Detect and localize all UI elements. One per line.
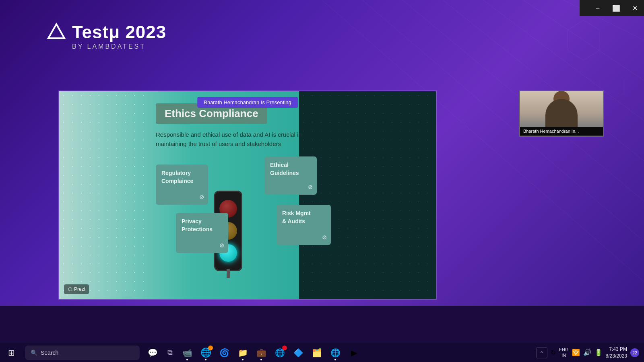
notification-count: 22 — [632, 350, 637, 355]
minimize-button[interactable]: – — [588, 0, 607, 16]
title-bar: – ⬜ ✕ — [580, 0, 644, 16]
logo-subtitle: BY LAMBDATEST — [72, 43, 166, 50]
explorer-icon: 📁 — [238, 348, 248, 358]
presenter-banner: Bharath Hemachandran Is Presenting — [197, 97, 298, 108]
presenter-video — [520, 91, 603, 127]
taskbar-right: ^ ↻ ENG IN 🛜 🔊 🔋 7:43 PM 8/23/2023 22 — [536, 346, 644, 360]
taskbar: ⊞ 🔍 Search 💬 ⧉ 📹 🌐 🌀 📁 — [0, 343, 644, 362]
chevron-up-icon: ^ — [541, 350, 543, 356]
slide-title: Ethics Compliance — [165, 107, 258, 119]
presenter-name-bar: Bharath Hemachandran In... — [520, 127, 603, 135]
taskbar-app-files[interactable]: 🗂️ — [308, 344, 326, 362]
bing-icon: 🔷 — [293, 348, 303, 358]
search-icon: 🔍 — [31, 350, 37, 356]
logo-title: Testμ 2023 — [72, 22, 166, 42]
windows-icon: ⊞ — [8, 348, 15, 358]
info-box-privacy: PrivacyProtections — [176, 213, 228, 253]
info-box-regulatory: RegulatoryComplaince — [156, 165, 208, 205]
chrome2-badge — [282, 346, 287, 350]
clock[interactable]: 7:43 PM 8/23/2023 — [606, 346, 627, 360]
teams-icon: 📹 — [182, 348, 192, 358]
info-box-ethical: EthicalGuidelines — [264, 156, 317, 195]
taskbar-app-media[interactable]: ▶ — [345, 344, 363, 362]
task-view-button[interactable]: ⧉ — [162, 345, 178, 360]
taskbar-app-chrome3[interactable]: 🌐 — [326, 344, 344, 362]
info-box-risk: Risk Mgmt& Audits — [277, 205, 331, 245]
logo-row: Testμ 2023 — [46, 22, 166, 42]
language-indicator[interactable]: ENG IN — [559, 347, 569, 358]
slide-description: Responsible and ethical use of data and … — [156, 130, 309, 148]
presenter-name: Bharath Hemachandran In... — [523, 129, 579, 134]
explorer-active-dot — [242, 359, 244, 360]
slack-icon: 💼 — [256, 348, 266, 358]
notification-button[interactable]: 22 — [630, 348, 639, 357]
date-display: 8/23/2023 — [606, 353, 627, 360]
lang-text: ENG — [559, 347, 569, 352]
whatsapp-icon: 💬 — [148, 348, 158, 358]
volume-icon[interactable]: 🔊 — [583, 349, 591, 356]
taskbar-app-chrome2[interactable]: 🌐 — [271, 344, 289, 362]
media-icon: ▶ — [351, 348, 357, 358]
show-hidden-icons-button[interactable]: ^ — [536, 347, 547, 358]
taskbar-apps: 💬 ⧉ 📹 🌐 🌀 📁 💼 — [144, 344, 363, 362]
taskbar-app-chrome-orange[interactable]: 🌐 — [197, 344, 215, 362]
files-icon: 🗂️ — [312, 348, 322, 358]
time-display: 7:43 PM — [609, 346, 627, 353]
person-silhouette — [545, 99, 578, 127]
task-view-icon: ⧉ — [167, 348, 173, 357]
wifi-icon[interactable]: 🛜 — [572, 349, 580, 356]
teams-active-dot — [186, 359, 188, 360]
taskbar-app-edge[interactable]: 🌀 — [215, 344, 233, 362]
slack-active-dot — [260, 359, 262, 360]
prezi-label: Prezi — [74, 286, 85, 292]
lambdatest-logo-icon — [46, 22, 66, 42]
search-text: Search — [41, 350, 58, 356]
taskbar-app-teams[interactable]: 📹 — [178, 344, 196, 362]
prezi-icon: ⬡ — [68, 286, 72, 292]
taskbar-search[interactable]: 🔍 Search — [25, 346, 140, 360]
presentation-area: Bharath Hemachandran Is Presenting Ethic… — [58, 90, 437, 300]
taskbar-app-whatsapp[interactable]: 💬 — [144, 344, 161, 362]
video-thumbnail: Bharath Hemachandran In... — [519, 90, 604, 137]
start-button[interactable]: ⊞ — [0, 348, 23, 358]
chrome-orange-badge — [208, 346, 213, 350]
chrome3-active-dot — [334, 359, 336, 360]
slide-content: Ethics Compliance Responsible and ethica… — [59, 91, 436, 299]
info-boxes-container: RegulatoryComplaince PrivacyProtections … — [156, 156, 345, 277]
chrome-active-dot — [205, 359, 206, 360]
close-button[interactable]: ✕ — [625, 0, 644, 16]
refresh-icon[interactable]: ↻ — [551, 349, 556, 356]
prezi-logo: ⬡ Prezi — [64, 284, 89, 294]
maximize-button[interactable]: ⬜ — [607, 0, 625, 16]
chrome3-icon: 🌐 — [330, 348, 341, 358]
edge-icon: 🌀 — [219, 348, 229, 358]
taskbar-app-slack[interactable]: 💼 — [252, 344, 270, 362]
taskbar-app-explorer[interactable]: 📁 — [234, 344, 252, 362]
battery-icon[interactable]: 🔋 — [594, 349, 603, 356]
lang-region: IN — [561, 353, 566, 358]
svg-marker-10 — [48, 24, 64, 38]
logo-area: Testμ 2023 BY LAMBDATEST — [46, 22, 166, 50]
taskbar-app-bing[interactable]: 🔷 — [289, 344, 307, 362]
